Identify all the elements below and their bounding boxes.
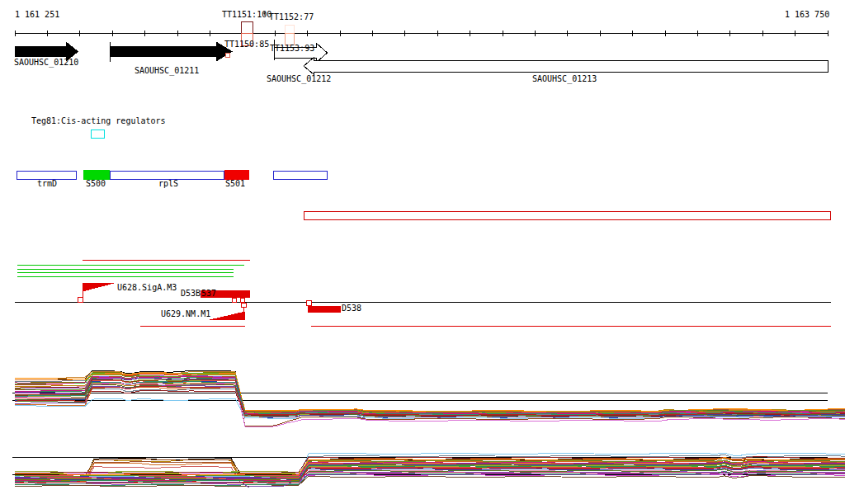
ruler-start-label: 1 161 251 bbox=[15, 11, 59, 19]
regulator-label-teg81: Teg81:Cis-acting regulators bbox=[31, 117, 166, 125]
gene-label-saouhsc-01212: SAOUHSC_01212 bbox=[267, 75, 331, 83]
gene-arrow-saouhsc-01211[interactable] bbox=[110, 42, 233, 62]
terminator-label-tt1153: TT1153:93 bbox=[270, 45, 314, 53]
motif-anchor-u629[interactable] bbox=[242, 303, 247, 307]
gene-label-rpls: rplS bbox=[158, 180, 178, 188]
motif-label-d53b: D53B bbox=[181, 290, 201, 298]
gene-box-trmd[interactable] bbox=[17, 172, 77, 180]
terminator-label-tt1152: TT1152:77 bbox=[269, 13, 314, 21]
ruler-end-label: 1 163 750 bbox=[785, 11, 829, 19]
gene-label-saouhsc-01211: SAOUHSC_01211 bbox=[135, 67, 199, 75]
gene-arrow-saouhsc-01212-01213[interactable] bbox=[304, 58, 828, 75]
motif-label-d53b-highlight: 537 bbox=[201, 290, 216, 298]
profile-line bbox=[15, 383, 845, 427]
feature-label-s501: S501 bbox=[225, 180, 245, 188]
gene-box-unnamed[interactable] bbox=[274, 172, 328, 180]
motif-flag-u628[interactable] bbox=[83, 283, 117, 292]
terminator-box-tt1152-upper[interactable] bbox=[286, 26, 295, 34]
motif-label-d538: D538 bbox=[342, 304, 361, 313]
gene-label-saouhsc-01213: SAOUHSC_01213 bbox=[532, 75, 597, 83]
motif-anchor-u628[interactable] bbox=[78, 298, 83, 303]
transcript-box-long[interactable] bbox=[304, 212, 831, 220]
genome-browser-canvas bbox=[0, 0, 845, 504]
motif-block-d538[interactable] bbox=[308, 306, 341, 313]
motif-flag-u629[interactable] bbox=[208, 312, 245, 321]
feature-label-s500: S500 bbox=[86, 180, 106, 188]
motif-label-u629: U629.NM.M1 bbox=[161, 310, 210, 318]
motif-anchor-d538[interactable] bbox=[307, 301, 312, 306]
regulator-box-teg81[interactable] bbox=[92, 130, 105, 139]
profile-line bbox=[15, 376, 845, 412]
terminator-box-tt1151-upper[interactable] bbox=[242, 22, 253, 34]
terminator-box-tt1150[interactable] bbox=[226, 54, 230, 58]
gene-label-saouhsc-01210: SAOUHSC_01210 bbox=[14, 59, 78, 67]
motif-anchor-d53b-2[interactable] bbox=[241, 299, 245, 303]
terminator-label-tt1150: TT1150:85 bbox=[224, 40, 269, 49]
gene-label-trmd: trmD bbox=[37, 180, 57, 188]
genome-browser-view: 1 161 251 1 163 750 TT1151:100 ↑ TT1152:… bbox=[0, 0, 845, 504]
gene-box-rpls[interactable] bbox=[111, 172, 224, 180]
motif-label-u628: U628.SigA.M3 bbox=[117, 284, 177, 292]
motif-anchor-d53b-1[interactable] bbox=[233, 299, 237, 303]
profile-line bbox=[15, 373, 845, 412]
up-arrow-icon: ↑ bbox=[262, 9, 267, 17]
expression-profile-panel-1 bbox=[15, 370, 845, 427]
expression-profile-panel-2 bbox=[15, 453, 845, 487]
